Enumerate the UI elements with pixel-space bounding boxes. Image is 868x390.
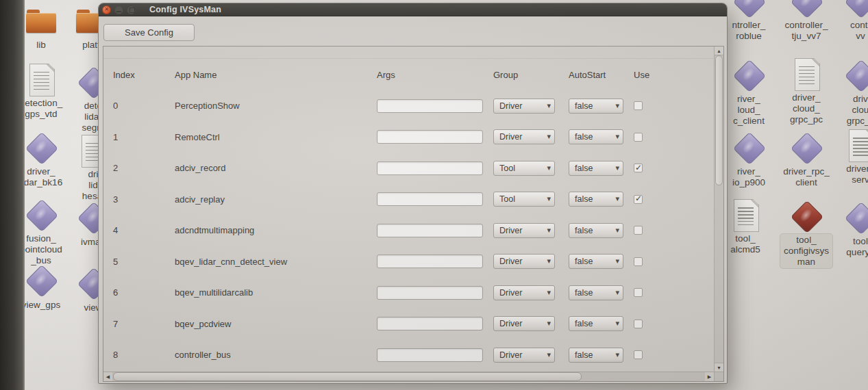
args-input[interactable] bbox=[377, 224, 483, 237]
autostart-dropdown[interactable]: false bbox=[569, 316, 623, 331]
autostart-value: false bbox=[575, 226, 593, 235]
config-ivsysman-window: Config IVSysMan Save Config Index App Na… bbox=[98, 3, 728, 384]
header-divider bbox=[103, 47, 714, 59]
use-checkbox[interactable] bbox=[634, 101, 643, 110]
autostart-dropdown[interactable]: false bbox=[569, 285, 623, 300]
group-value: Driver bbox=[499, 101, 522, 111]
column-header-app-name: App Name bbox=[175, 70, 377, 80]
diamond-icon bbox=[844, 201, 868, 234]
group-dropdown[interactable]: Driver bbox=[493, 223, 555, 238]
args-input[interactable] bbox=[377, 130, 483, 144]
document-icon bbox=[790, 57, 823, 90]
table-row: 6 bqev_multilidarcalib Driver false bbox=[103, 277, 714, 309]
row-app-name: adciv_replay bbox=[175, 194, 377, 205]
use-checkbox[interactable] bbox=[634, 164, 643, 172]
diamond-icon bbox=[732, 0, 765, 18]
table-row: 4 adcndtmultimapping Driver false bbox=[103, 215, 714, 246]
scroll-up-icon[interactable] bbox=[715, 47, 723, 55]
monitor-bezel bbox=[0, 0, 25, 390]
autostart-value: false bbox=[575, 194, 593, 204]
window-title: Config IVSysMan bbox=[149, 5, 221, 14]
icon-label: river_ loud_ c_client bbox=[730, 93, 768, 127]
desktop-icon-contr_vv[interactable]: contr vv bbox=[823, 0, 868, 42]
maximize-icon[interactable] bbox=[127, 5, 136, 14]
table-row: 3 adciv_replay Tool false bbox=[103, 184, 714, 216]
document-icon bbox=[844, 129, 868, 161]
vertical-scroll-thumb[interactable] bbox=[715, 55, 723, 185]
autostart-dropdown[interactable]: false bbox=[569, 348, 623, 363]
icon-label: tool_ alcmd5 bbox=[727, 233, 764, 256]
autostart-value: false bbox=[575, 164, 593, 173]
horizontal-scroll-track[interactable] bbox=[582, 372, 705, 381]
scroll-right-icon[interactable] bbox=[705, 372, 714, 381]
autostart-value: false bbox=[575, 350, 593, 360]
args-input[interactable] bbox=[377, 348, 483, 362]
table-header-row: Index App Name Args Group AutoStart Use bbox=[103, 59, 714, 90]
group-dropdown[interactable]: Tool bbox=[493, 161, 555, 176]
use-checkbox[interactable] bbox=[634, 133, 643, 142]
desktop-icon-driver_serv[interactable]: driver_ serv bbox=[823, 129, 868, 186]
args-input[interactable] bbox=[377, 99, 483, 113]
icon-label: driver_ serv bbox=[843, 163, 868, 186]
minimize-icon[interactable] bbox=[114, 5, 123, 14]
row-index: 3 bbox=[113, 194, 175, 205]
use-checkbox[interactable] bbox=[634, 195, 643, 204]
diamond-icon bbox=[844, 0, 868, 18]
column-header-args: Args bbox=[377, 70, 493, 80]
group-dropdown[interactable]: Driver bbox=[493, 129, 555, 144]
args-input[interactable] bbox=[377, 255, 483, 268]
vertical-scrollbar[interactable] bbox=[714, 47, 723, 372]
icon-label: lib bbox=[33, 39, 49, 51]
autostart-dropdown[interactable]: false bbox=[569, 254, 623, 269]
document-icon bbox=[25, 63, 58, 96]
save-config-button[interactable]: Save Config bbox=[103, 24, 195, 41]
autostart-dropdown[interactable]: false bbox=[569, 161, 623, 176]
horizontal-scroll-thumb[interactable] bbox=[113, 372, 582, 381]
icon-label: ntroller_ roblue bbox=[729, 19, 769, 42]
column-header-autostart: AutoStart bbox=[569, 70, 634, 80]
close-icon[interactable] bbox=[102, 5, 111, 14]
horizontal-scrollbar[interactable] bbox=[103, 372, 714, 381]
group-dropdown[interactable]: Driver bbox=[493, 254, 555, 269]
group-value: Driver bbox=[499, 350, 522, 360]
column-header-index: Index bbox=[113, 70, 175, 80]
desktop-icon-tool_queryn[interactable]: tool queryn bbox=[823, 201, 868, 259]
use-checkbox[interactable] bbox=[634, 257, 643, 266]
scroll-down-icon[interactable] bbox=[715, 363, 723, 372]
desktop-icon-driv_clou_grpc_s[interactable]: driv clou grpc_s bbox=[823, 59, 868, 127]
group-value: Tool bbox=[499, 164, 515, 173]
args-input[interactable] bbox=[377, 192, 483, 206]
group-dropdown[interactable]: Driver bbox=[493, 348, 555, 363]
args-input[interactable] bbox=[377, 286, 483, 300]
group-dropdown[interactable]: Driver bbox=[493, 99, 555, 114]
row-index: 8 bbox=[113, 350, 175, 360]
table-rows: 0 PerceptionShow Driver false 1 RemoteCt… bbox=[103, 90, 714, 371]
use-checkbox[interactable] bbox=[634, 288, 643, 297]
group-value: Driver bbox=[499, 132, 522, 142]
scrollbar-corner bbox=[714, 372, 723, 381]
row-index: 0 bbox=[113, 101, 175, 111]
autostart-value: false bbox=[575, 132, 593, 142]
autostart-dropdown[interactable]: false bbox=[569, 99, 623, 114]
row-app-name: adciv_record bbox=[175, 163, 377, 173]
row-app-name: bqev_multilidarcalib bbox=[175, 287, 377, 298]
vertical-scroll-track[interactable] bbox=[715, 185, 723, 363]
use-checkbox[interactable] bbox=[634, 320, 643, 328]
group-dropdown[interactable]: Driver bbox=[493, 285, 555, 300]
autostart-dropdown[interactable]: false bbox=[569, 129, 623, 144]
autostart-dropdown[interactable]: false bbox=[569, 223, 623, 238]
args-input[interactable] bbox=[377, 317, 483, 330]
group-dropdown[interactable]: Driver bbox=[493, 316, 555, 331]
use-checkbox[interactable] bbox=[634, 226, 643, 235]
scroll-left-icon[interactable] bbox=[103, 372, 112, 381]
icon-label: driv clou grpc_s bbox=[843, 93, 868, 127]
autostart-value: false bbox=[575, 319, 593, 328]
autostart-dropdown[interactable]: false bbox=[569, 192, 623, 207]
diamond-icon bbox=[844, 59, 868, 92]
window-titlebar[interactable]: Config IVSysMan bbox=[99, 3, 727, 16]
table-row: 7 bqev_pcdview Driver false bbox=[103, 309, 714, 340]
use-checkbox[interactable] bbox=[634, 350, 643, 359]
args-input[interactable] bbox=[377, 161, 483, 175]
group-value: Driver bbox=[499, 226, 522, 235]
group-dropdown[interactable]: Tool bbox=[493, 192, 555, 207]
